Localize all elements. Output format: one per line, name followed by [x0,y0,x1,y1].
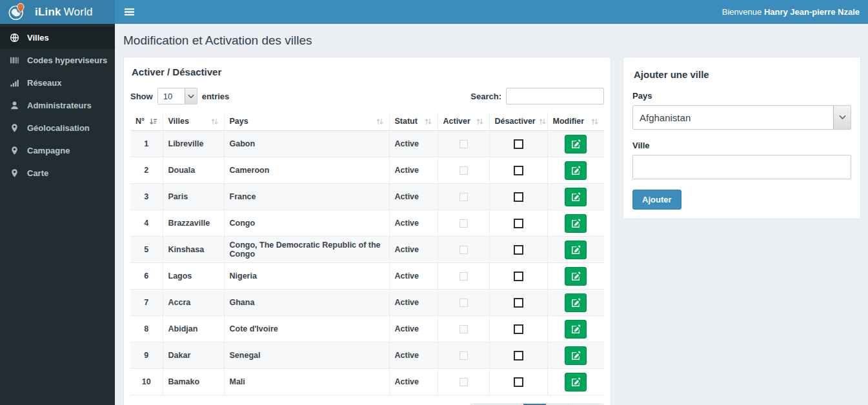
sort-icon [538,117,547,126]
edit-button[interactable] [565,267,587,286]
edit-button[interactable] [565,214,587,233]
edit-button[interactable] [565,135,587,153]
user-name: Hanry Jean-pierre Nzale [764,7,860,17]
cell-activer [438,342,489,369]
navbar: Bienvenue Hanry Jean-pierre Nzale [115,0,868,24]
cell-modifier [547,184,604,210]
sidebar-item-label: Campagne [27,146,70,155]
cell-statut: Active [389,290,438,316]
cell-num: 1 [130,131,163,157]
column-label: Désactiver [495,117,536,126]
sort-ascending-icon [149,117,157,126]
sidebar-item-label: Réseaux [27,78,61,88]
search-label: Search: [470,92,501,101]
table-row-accra: 7AccraGhanaActive [130,290,604,316]
desactiver-checkbox[interactable] [514,272,523,281]
sidebar-item-administrateurs[interactable]: Administrateurs [0,94,115,117]
edit-button[interactable] [565,346,587,365]
sidebar-item-reseaux[interactable]: Réseaux [0,72,115,94]
cell-pays: Ghana [224,290,389,316]
map-marker-icon [10,168,21,178]
sidebar-item-carte[interactable]: Carte [0,162,115,184]
cell-modifier [547,369,604,395]
sidebar-item-label: Carte [27,168,48,178]
search-input[interactable] [506,88,604,104]
edit-button[interactable] [565,293,587,312]
desactiver-checkbox[interactable] [514,377,523,387]
desactiver-checkbox[interactable] [514,166,523,175]
desactiver-checkbox[interactable] [514,245,523,255]
cell-modifier [547,316,604,342]
edit-button[interactable] [565,188,587,206]
cell-num: 3 [130,184,163,210]
cell-desactiver [489,342,547,369]
cities-table: N°VillesPaysStatutActiverDésactiverModif… [130,112,604,395]
cell-desactiver [489,369,547,395]
cell-activer [438,316,489,342]
desactiver-checkbox[interactable] [514,324,523,334]
page-length-select[interactable]: 10 [157,88,197,104]
cities-panel: Activer / Désactiver Show 10 entries Sea… [123,57,611,405]
sidebar-item-villes[interactable]: Villes [0,26,115,49]
column-header-activer[interactable]: Activer [438,112,489,131]
edit-button[interactable] [565,373,587,391]
length-control: Show 10 entries [130,88,229,104]
column-header-villes[interactable]: Villes [163,112,224,131]
pays-select[interactable]: Afghanistan [632,105,851,130]
datatable-toolbar: Show 10 entries Search: [130,88,604,104]
sidebar-menu: VillesCodes hyperviseursRéseauxAdministr… [0,26,115,184]
cell-statut: Active [389,131,438,157]
sort-icon [210,117,219,126]
cell-num: 7 [130,290,163,316]
column-header-desactiver[interactable]: Désactiver [489,112,547,131]
edit-icon [571,272,581,281]
table-row-abidjan: 8AbidjanCote d'IvoireActive [130,316,604,342]
table-row-bamako: 10BamakoMaliActive [130,369,604,395]
sidebar-item-label: Villes [27,33,49,43]
table-row-libreville: 1LibrevilleGabonActive [130,131,604,157]
activer-checkbox [459,378,468,386]
column-label: N° [136,117,145,126]
sidebar-item-label: Codes hyperviseurs [27,55,107,65]
show-label: Show [130,92,153,101]
desactiver-checkbox[interactable] [514,192,523,202]
edit-button[interactable] [565,320,587,339]
top-navbar: iLinkWorld Bienvenue Hanry Jean-pierre N… [0,0,868,24]
desactiver-checkbox[interactable] [514,351,523,361]
column-header-statut[interactable]: Statut [389,112,438,131]
cell-ville: Douala [163,157,224,184]
search-control: Search: [470,88,604,104]
cell-desactiver [489,157,547,184]
cell-modifier [547,131,604,157]
column-header-pays[interactable]: Pays [224,112,389,131]
sidebar-item-campagne[interactable]: Campagne [0,139,115,162]
map-marker-icon [10,146,21,155]
page-title: Modification et Activation des villes [123,34,860,48]
activer-checkbox [459,140,468,148]
cell-statut: Active [389,184,438,210]
add-city-panel: Ajouter une ville Pays Afghanistan Ville… [623,57,861,219]
cell-activer [438,210,489,237]
activer-checkbox [459,351,468,360]
cell-activer [438,263,489,290]
desactiver-checkbox[interactable] [514,139,523,149]
sidebar-item-codes-hyperviseurs[interactable]: Codes hyperviseurs [0,49,115,72]
cell-pays: Cameroon [224,157,389,184]
column-header-modifier[interactable]: Modifier [547,112,604,131]
sidebar-toggle-icon[interactable] [115,0,144,24]
edit-button[interactable] [565,161,587,180]
activer-checkbox [459,193,468,201]
desactiver-checkbox[interactable] [514,298,523,308]
ville-input[interactable] [632,155,851,179]
edit-icon [571,351,581,361]
cell-num: 5 [130,237,163,263]
column-header-n[interactable]: N° [130,112,163,131]
brand[interactable]: iLinkWorld [0,0,115,24]
sidebar-item-geolocalisation[interactable]: Géolocalisation [0,117,115,139]
ajouter-button[interactable]: Ajouter [632,190,681,210]
cell-pays: Cote d'Ivoire [224,316,389,342]
cities-panel-title: Activer / Désactiver [132,66,604,77]
desactiver-checkbox[interactable] [514,219,523,228]
edit-button[interactable] [565,241,587,259]
edit-icon [571,377,581,387]
